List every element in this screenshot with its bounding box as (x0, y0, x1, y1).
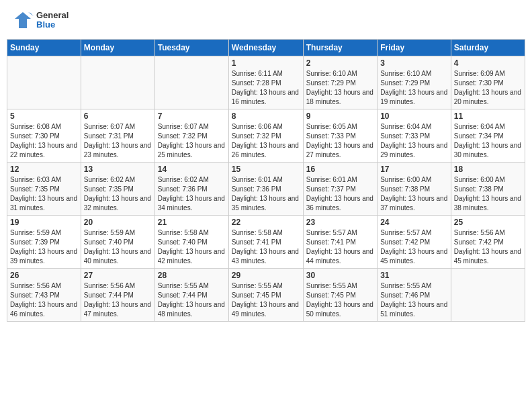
calendar-week-row: 19Sunrise: 5:59 AM Sunset: 7:39 PM Dayli… (7, 216, 525, 269)
day-number: 15 (232, 165, 300, 174)
calendar-day-cell (451, 269, 525, 322)
weekday-header-cell: Monday (81, 40, 154, 56)
day-number: 20 (84, 218, 152, 227)
logo-container: General Blue (12, 9, 69, 31)
logo-text: General Blue (36, 11, 69, 30)
calendar-day-cell: 24Sunrise: 5:57 AM Sunset: 7:42 PM Dayli… (378, 216, 451, 269)
day-info: Sunrise: 6:09 AM Sunset: 7:30 PM Dayligh… (454, 69, 522, 107)
calendar-day-cell (7, 56, 81, 109)
calendar-day-cell: 30Sunrise: 5:55 AM Sunset: 7:45 PM Dayli… (303, 269, 377, 322)
day-info: Sunrise: 6:08 AM Sunset: 7:30 PM Dayligh… (10, 122, 78, 160)
day-info: Sunrise: 6:07 AM Sunset: 7:32 PM Dayligh… (158, 122, 226, 160)
day-info: Sunrise: 6:03 AM Sunset: 7:35 PM Dayligh… (10, 175, 78, 213)
calendar-table: SundayMondayTuesdayWednesdayThursdayFrid… (7, 39, 525, 322)
day-info: Sunrise: 5:56 AM Sunset: 7:42 PM Dayligh… (454, 228, 522, 266)
logo-general: General (36, 11, 69, 20)
weekday-header-cell: Tuesday (154, 40, 228, 56)
calendar-day-cell: 25Sunrise: 5:56 AM Sunset: 7:42 PM Dayli… (451, 216, 525, 269)
day-number: 26 (10, 271, 78, 280)
calendar-day-cell: 16Sunrise: 6:01 AM Sunset: 7:37 PM Dayli… (303, 163, 377, 216)
day-info: Sunrise: 5:58 AM Sunset: 7:41 PM Dayligh… (232, 228, 300, 266)
day-number: 10 (380, 111, 448, 121)
day-info: Sunrise: 6:07 AM Sunset: 7:31 PM Dayligh… (84, 122, 152, 160)
day-number: 12 (10, 165, 78, 174)
day-info: Sunrise: 6:00 AM Sunset: 7:38 PM Dayligh… (454, 175, 522, 213)
calendar-day-cell (154, 56, 228, 109)
day-info: Sunrise: 6:00 AM Sunset: 7:38 PM Dayligh… (380, 175, 448, 213)
calendar-day-cell: 20Sunrise: 5:59 AM Sunset: 7:40 PM Dayli… (81, 216, 154, 269)
day-info: Sunrise: 6:01 AM Sunset: 7:37 PM Dayligh… (306, 175, 374, 213)
day-info: Sunrise: 6:05 AM Sunset: 7:33 PM Dayligh… (306, 122, 374, 160)
day-info: Sunrise: 5:59 AM Sunset: 7:39 PM Dayligh… (10, 228, 78, 266)
day-number: 4 (454, 58, 522, 68)
day-number: 31 (380, 271, 448, 280)
day-number: 3 (380, 58, 448, 68)
weekday-header-cell: Wednesday (228, 40, 303, 56)
calendar-day-cell: 23Sunrise: 5:57 AM Sunset: 7:41 PM Dayli… (303, 216, 377, 269)
day-info: Sunrise: 5:56 AM Sunset: 7:44 PM Dayligh… (84, 281, 152, 319)
day-number: 7 (158, 111, 226, 121)
calendar-day-cell: 29Sunrise: 5:55 AM Sunset: 7:45 PM Dayli… (228, 269, 303, 322)
day-number: 1 (232, 58, 300, 68)
day-number: 21 (158, 218, 226, 227)
day-number: 30 (306, 271, 374, 280)
logo: General Blue (12, 9, 69, 31)
day-info: Sunrise: 6:04 AM Sunset: 7:34 PM Dayligh… (454, 122, 522, 160)
weekday-header-row: SundayMondayTuesdayWednesdayThursdayFrid… (7, 40, 525, 56)
day-info: Sunrise: 6:10 AM Sunset: 7:29 PM Dayligh… (306, 69, 374, 107)
svg-marker-0 (15, 12, 31, 28)
day-number: 13 (84, 165, 152, 174)
day-info: Sunrise: 5:55 AM Sunset: 7:46 PM Dayligh… (380, 281, 448, 319)
calendar-week-row: 12Sunrise: 6:03 AM Sunset: 7:35 PM Dayli… (7, 163, 525, 216)
calendar-body: 1Sunrise: 6:11 AM Sunset: 7:28 PM Daylig… (7, 56, 525, 322)
calendar-day-cell: 3Sunrise: 6:10 AM Sunset: 7:29 PM Daylig… (378, 56, 451, 109)
day-info: Sunrise: 6:04 AM Sunset: 7:33 PM Dayligh… (380, 122, 448, 160)
weekday-header-cell: Saturday (451, 40, 525, 56)
day-number: 16 (306, 165, 374, 174)
calendar-day-cell (81, 56, 154, 109)
day-info: Sunrise: 5:57 AM Sunset: 7:41 PM Dayligh… (306, 228, 374, 266)
day-number: 11 (454, 111, 522, 121)
calendar-week-row: 26Sunrise: 5:56 AM Sunset: 7:43 PM Dayli… (7, 269, 525, 322)
calendar-day-cell: 31Sunrise: 5:55 AM Sunset: 7:46 PM Dayli… (378, 269, 451, 322)
day-number: 19 (10, 218, 78, 227)
day-number: 24 (380, 218, 448, 227)
svg-marker-1 (28, 12, 34, 16)
day-number: 29 (232, 271, 300, 280)
calendar-day-cell: 15Sunrise: 6:01 AM Sunset: 7:36 PM Dayli… (228, 163, 303, 216)
day-info: Sunrise: 5:56 AM Sunset: 7:43 PM Dayligh… (10, 281, 78, 319)
calendar-day-cell: 12Sunrise: 6:03 AM Sunset: 7:35 PM Dayli… (7, 163, 81, 216)
logo-bird-icon (12, 9, 34, 31)
day-number: 25 (454, 218, 522, 227)
day-info: Sunrise: 5:55 AM Sunset: 7:45 PM Dayligh… (306, 281, 374, 319)
day-number: 23 (306, 218, 374, 227)
weekday-header-cell: Thursday (303, 40, 377, 56)
calendar-day-cell: 10Sunrise: 6:04 AM Sunset: 7:33 PM Dayli… (378, 109, 451, 163)
day-info: Sunrise: 6:02 AM Sunset: 7:36 PM Dayligh… (158, 175, 226, 213)
calendar-day-cell: 13Sunrise: 6:02 AM Sunset: 7:35 PM Dayli… (81, 163, 154, 216)
calendar-day-cell: 1Sunrise: 6:11 AM Sunset: 7:28 PM Daylig… (228, 56, 303, 109)
day-info: Sunrise: 6:10 AM Sunset: 7:29 PM Dayligh… (380, 69, 448, 107)
day-info: Sunrise: 5:55 AM Sunset: 7:44 PM Dayligh… (158, 281, 226, 319)
calendar-day-cell: 11Sunrise: 6:04 AM Sunset: 7:34 PM Dayli… (451, 109, 525, 163)
day-info: Sunrise: 5:58 AM Sunset: 7:40 PM Dayligh… (158, 228, 226, 266)
weekday-header-cell: Friday (378, 40, 451, 56)
weekday-header-cell: Sunday (7, 40, 81, 56)
calendar-day-cell: 17Sunrise: 6:00 AM Sunset: 7:38 PM Dayli… (378, 163, 451, 216)
day-info: Sunrise: 6:02 AM Sunset: 7:35 PM Dayligh… (84, 175, 152, 213)
day-info: Sunrise: 6:11 AM Sunset: 7:28 PM Dayligh… (232, 69, 300, 107)
calendar-week-row: 5Sunrise: 6:08 AM Sunset: 7:30 PM Daylig… (7, 109, 525, 163)
day-number: 27 (84, 271, 152, 280)
day-number: 22 (232, 218, 300, 227)
day-number: 18 (454, 165, 522, 174)
calendar-day-cell: 18Sunrise: 6:00 AM Sunset: 7:38 PM Dayli… (451, 163, 525, 216)
calendar-day-cell: 9Sunrise: 6:05 AM Sunset: 7:33 PM Daylig… (303, 109, 377, 163)
calendar-day-cell: 27Sunrise: 5:56 AM Sunset: 7:44 PM Dayli… (81, 269, 154, 322)
day-info: Sunrise: 6:06 AM Sunset: 7:32 PM Dayligh… (232, 122, 300, 160)
day-number: 8 (232, 111, 300, 121)
calendar-day-cell: 21Sunrise: 5:58 AM Sunset: 7:40 PM Dayli… (154, 216, 228, 269)
day-number: 17 (380, 165, 448, 174)
calendar-day-cell: 22Sunrise: 5:58 AM Sunset: 7:41 PM Dayli… (228, 216, 303, 269)
day-number: 5 (10, 111, 78, 121)
day-number: 9 (306, 111, 374, 121)
